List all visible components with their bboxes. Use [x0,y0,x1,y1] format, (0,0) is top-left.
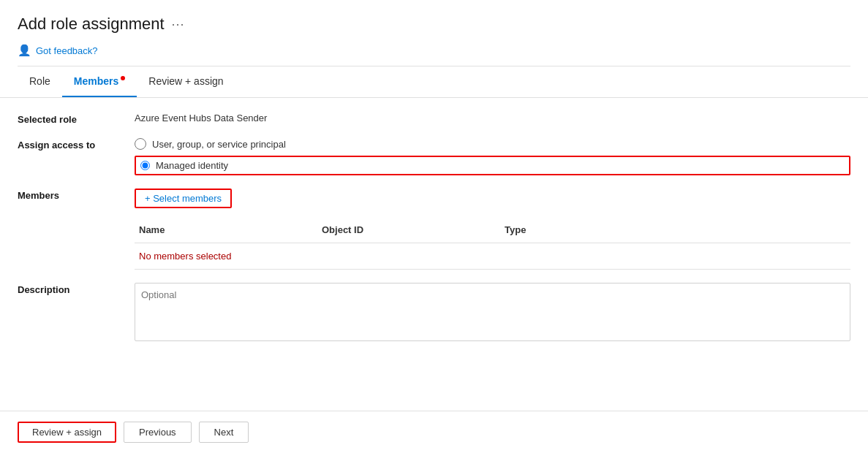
tab-role-label: Role [29,75,50,87]
page-container: Add role assignment ··· 👤 Got feedback? … [0,0,868,453]
managed-identity-box: Managed identity [135,156,850,175]
table-empty-row: No members selected [135,243,850,270]
selected-role-value: Azure Event Hubs Data Sender [135,113,850,123]
footer: Review + assign Previous Next [0,411,868,453]
radio-user-group-input[interactable] [135,138,146,150]
select-members-label: + Select members [145,193,222,204]
tab-review-assign[interactable]: Review + assign [137,66,235,97]
no-members-message: No members selected [135,248,317,264]
assign-access-label: Assign access to [18,138,135,151]
radio-user-group: User, group, or service principal [135,138,850,150]
tab-review-assign-label: Review + assign [148,75,223,87]
radio-managed-identity-input[interactable] [140,161,150,170]
members-dot [121,76,125,80]
tab-members[interactable]: Members [62,66,137,97]
feedback-icon: 👤 [18,44,31,57]
select-members-button[interactable]: + Select members [135,189,232,208]
assign-access-row: Assign access to User, group, or service… [18,138,850,175]
description-label: Description [18,283,135,295]
col-header-type: Type [500,221,646,238]
table-header-row: Name Object ID Type [135,217,850,243]
selected-role-row: Selected role Azure Event Hubs Data Send… [18,113,850,125]
selected-role-label: Selected role [18,113,135,125]
title-text: Add role assignment [18,15,165,34]
col-header-object-id: Object ID [317,221,500,238]
assign-access-options: User, group, or service principal Manage… [135,138,850,175]
description-row: Description [18,283,850,341]
tab-role[interactable]: Role [18,66,62,97]
members-table: Name Object ID Type No members selected [135,217,850,270]
col-header-extra [646,221,850,238]
feedback-label: Got feedback? [36,45,98,56]
radio-group: User, group, or service principal Manage… [135,138,850,175]
col-header-name: Name [135,221,317,238]
title-dots: ··· [172,17,185,32]
members-value: + Select members Name Object ID Type No … [135,189,850,270]
members-row: Members + Select members Name Object ID … [18,189,850,270]
tabs-bar: Role Members Review + assign [0,66,868,98]
header: Add role assignment ··· 👤 Got feedback? [0,0,868,66]
next-button[interactable]: Next [199,422,249,443]
tab-members-label: Members [74,75,118,87]
previous-button[interactable]: Previous [124,422,192,443]
feedback-link[interactable]: 👤 Got feedback? [18,44,850,57]
page-title: Add role assignment ··· [18,15,850,34]
members-label: Members [18,189,135,201]
radio-managed-identity-label: Managed identity [156,160,228,171]
radio-user-group-label: User, group, or service principal [152,139,286,150]
content-area: Selected role Azure Event Hubs Data Send… [0,98,868,411]
review-assign-button[interactable]: Review + assign [18,422,116,443]
description-input[interactable] [135,283,850,341]
